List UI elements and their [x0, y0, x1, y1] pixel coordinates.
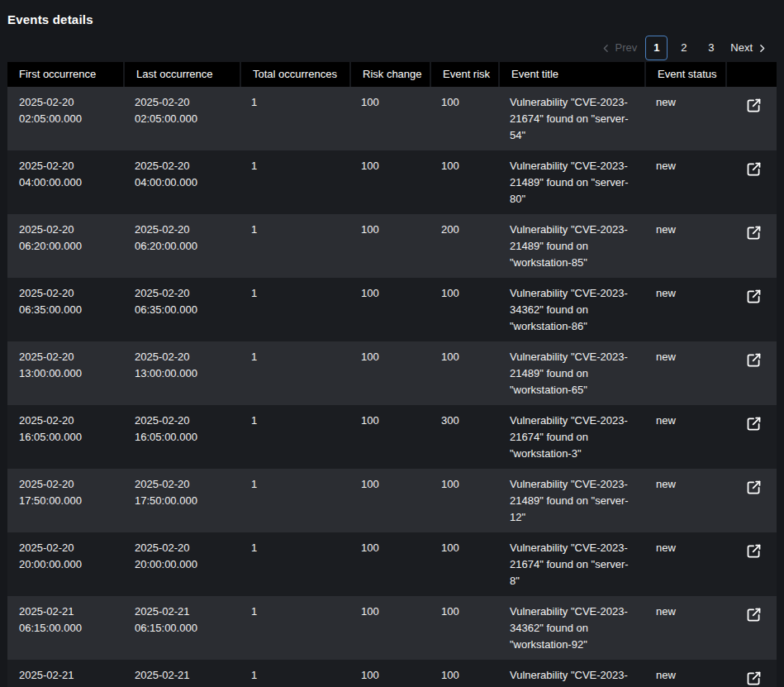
cell-last-occurrence: 2025-02-20 02:05:00.000	[123, 87, 240, 150]
header-event-status: Event status	[644, 62, 725, 87]
open-event-button[interactable]	[745, 542, 763, 560]
table-row: 2025-02-20 06:35:00.000 2025-02-20 06:35…	[7, 278, 777, 341]
header-event-risk: Event risk	[430, 62, 498, 87]
cell-event-risk: 100	[430, 341, 498, 405]
table-row: 2025-02-20 17:50:00.000 2025-02-20 17:50…	[7, 469, 777, 532]
cell-risk-change: 100	[349, 532, 430, 596]
cell-event-status: new	[644, 405, 725, 469]
cell-total-occurrences: 1	[240, 405, 349, 469]
open-event-button[interactable]	[745, 288, 763, 305]
prev-page-label: Prev	[615, 36, 638, 60]
page-button-2[interactable]: 2	[672, 36, 695, 60]
page-title: Events details	[7, 12, 93, 26]
cell-first-occurrence: 2025-02-20 17:50:00.000	[7, 469, 123, 532]
cell-event-title: Vulnerability "CVE-2023-21674" found on …	[498, 532, 644, 596]
table-row: 2025-02-21 08:50:00.000 2025-02-21 08:50…	[7, 660, 777, 687]
cell-risk-change: 100	[349, 405, 430, 469]
open-event-button[interactable]	[745, 606, 763, 623]
cell-total-occurrences: 1	[240, 278, 349, 341]
cell-last-occurrence: 2025-02-20 17:50:00.000	[123, 469, 240, 532]
cell-event-status: new	[644, 341, 725, 405]
cell-first-occurrence: 2025-02-21 08:50:00.000	[7, 660, 123, 687]
header-total-occurrences: Total occurrences	[240, 62, 349, 87]
page-button-3[interactable]: 3	[700, 36, 722, 60]
external-link-icon	[745, 97, 763, 114]
open-event-button[interactable]	[745, 97, 763, 114]
cell-total-occurrences: 1	[240, 214, 349, 278]
next-page-label: Next	[730, 36, 753, 60]
prev-page-button[interactable]: Prev	[597, 36, 641, 60]
cell-last-occurrence: 2025-02-21 08:50:00.000	[123, 660, 240, 687]
cell-actions	[725, 660, 777, 687]
cell-total-occurrences: 1	[240, 341, 349, 405]
cell-event-status: new	[644, 469, 725, 532]
events-table: First occurrence Last occurrence Total o…	[7, 62, 777, 687]
next-page-button[interactable]: Next	[727, 36, 771, 60]
cell-risk-change: 100	[349, 660, 430, 687]
cell-last-occurrence: 2025-02-20 13:00:00.000	[123, 341, 240, 405]
cell-first-occurrence: 2025-02-20 04:00:00.000	[7, 150, 123, 214]
cell-event-status: new	[644, 214, 725, 278]
table-row: 2025-02-20 06:20:00.000 2025-02-20 06:20…	[7, 214, 777, 278]
cell-actions	[725, 532, 777, 596]
cell-first-occurrence: 2025-02-20 06:35:00.000	[7, 278, 123, 341]
open-event-button[interactable]	[745, 415, 763, 432]
cell-first-occurrence: 2025-02-21 06:15:00.000	[7, 596, 123, 660]
open-event-button[interactable]	[745, 224, 763, 241]
open-event-button[interactable]	[745, 479, 763, 496]
open-event-button[interactable]	[745, 160, 763, 178]
cell-risk-change: 100	[349, 278, 430, 341]
cell-total-occurrences: 1	[240, 87, 349, 150]
cell-risk-change: 100	[349, 341, 430, 405]
cell-event-status: new	[644, 532, 725, 596]
pagination: Prev 1 2 3 Next	[597, 36, 771, 60]
cell-actions	[725, 278, 777, 341]
cell-first-occurrence: 2025-02-20 20:00:00.000	[7, 532, 123, 596]
cell-event-risk: 100	[430, 469, 498, 532]
table-body: 2025-02-20 02:05:00.000 2025-02-20 02:05…	[7, 87, 777, 687]
chevron-left-icon	[601, 43, 611, 54]
table-row: 2025-02-20 20:00:00.000 2025-02-20 20:00…	[7, 532, 777, 596]
cell-risk-change: 100	[349, 87, 430, 150]
table-row: 2025-02-20 16:05:00.000 2025-02-20 16:05…	[7, 405, 777, 469]
header-first-occurrence: First occurrence	[7, 62, 123, 87]
header-actions	[725, 62, 777, 87]
cell-last-occurrence: 2025-02-20 06:20:00.000	[123, 214, 240, 278]
cell-last-occurrence: 2025-02-20 20:00:00.000	[123, 532, 240, 596]
cell-actions	[725, 87, 777, 150]
table-row: 2025-02-20 13:00:00.000 2025-02-20 13:00…	[7, 341, 777, 405]
external-link-icon	[745, 351, 763, 369]
header-risk-change: Risk change	[349, 62, 430, 87]
cell-event-risk: 100	[430, 150, 498, 214]
cell-event-risk: 100	[430, 596, 498, 660]
panel-header: Events details Prev 1 2 3 Next	[0, 0, 784, 62]
cell-event-title: Vulnerability "CVE-2023-21674" found on …	[498, 405, 644, 469]
open-event-button[interactable]	[745, 670, 763, 687]
cell-total-occurrences: 1	[240, 660, 349, 687]
external-link-icon	[745, 670, 763, 687]
cell-event-title: Vulnerability "CVE-2023-34362" found on …	[498, 660, 644, 687]
cell-event-title: Vulnerability "CVE-2023-21489" found on …	[498, 469, 644, 532]
cell-event-status: new	[644, 87, 725, 150]
external-link-icon	[745, 479, 763, 496]
cell-last-occurrence: 2025-02-21 06:15:00.000	[123, 596, 240, 660]
cell-last-occurrence: 2025-02-20 06:35:00.000	[123, 278, 240, 341]
cell-last-occurrence: 2025-02-20 16:05:00.000	[123, 405, 240, 469]
external-link-icon	[745, 224, 763, 241]
external-link-icon	[745, 415, 763, 432]
cell-total-occurrences: 1	[240, 150, 349, 214]
table-row: 2025-02-20 02:05:00.000 2025-02-20 02:05…	[7, 87, 777, 150]
cell-actions	[725, 214, 777, 278]
external-link-icon	[745, 288, 763, 305]
external-link-icon	[745, 542, 763, 560]
cell-event-status: new	[644, 278, 725, 341]
cell-actions	[725, 596, 777, 660]
open-event-button[interactable]	[745, 351, 763, 369]
table-header-row: First occurrence Last occurrence Total o…	[7, 62, 777, 87]
cell-event-risk: 200	[430, 214, 498, 278]
cell-event-title: Vulnerability "CVE-2023-21489" found on …	[498, 341, 644, 405]
cell-event-risk: 100	[430, 532, 498, 596]
cell-total-occurrences: 1	[240, 469, 349, 532]
page-button-1[interactable]: 1	[645, 36, 668, 60]
cell-actions	[725, 150, 777, 214]
